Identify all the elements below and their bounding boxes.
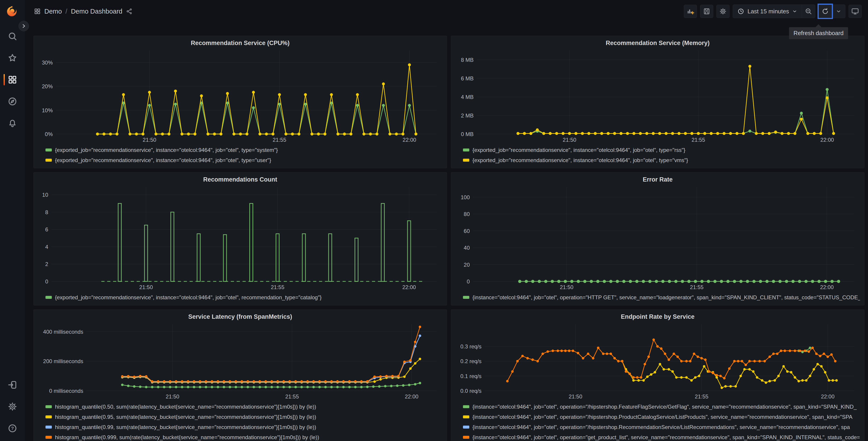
sidebar-item-search[interactable] — [0, 30, 25, 42]
svg-text:6 MB: 6 MB — [461, 76, 474, 82]
refresh-button[interactable] — [819, 5, 832, 18]
sidebar-item-starred[interactable] — [0, 52, 25, 64]
svg-text:21:55: 21:55 — [690, 284, 704, 290]
legend-swatch[interactable] — [45, 415, 52, 418]
search-icon — [8, 31, 17, 41]
expand-sidebar-button[interactable] — [19, 21, 29, 31]
legend-swatch[interactable] — [463, 425, 469, 429]
sidebar-item-alerting[interactable] — [0, 117, 25, 129]
cycle-view-button[interactable] — [848, 5, 862, 18]
sidebar-item-explore[interactable] — [0, 95, 25, 108]
save-dashboard-icon — [703, 8, 710, 15]
legend-swatch[interactable] — [463, 148, 469, 151]
sidebar-nav — [0, 30, 25, 129]
apps-icon[interactable] — [34, 8, 41, 15]
alerting-bell-icon — [8, 118, 17, 128]
svg-text:0.2 req/s: 0.2 req/s — [461, 358, 482, 364]
legend-label[interactable]: {exported_job="recommendationservice", i… — [472, 147, 685, 153]
legend-label[interactable]: histogram_quantile(0.999, sum(rate(laten… — [55, 434, 319, 441]
active-indicator — [4, 74, 5, 85]
cpu-chart[interactable]: 21:5021:5522:000%10%20%30% — [38, 47, 443, 144]
time-range-picker[interactable]: Last 15 minutes — [733, 5, 802, 18]
svg-text:8: 8 — [45, 209, 48, 215]
legend-swatch[interactable] — [45, 148, 52, 151]
share-icon[interactable] — [126, 8, 132, 14]
legend-item: {exported_job="recommendationservice", i… — [45, 145, 443, 155]
panel-title[interactable]: Service Latency (from SpanMetrics) — [38, 313, 443, 321]
legend-label[interactable]: {instance="otelcol:9464", job="otel", op… — [472, 294, 860, 301]
memory-chart[interactable]: 21:5021:5522:000 MB2 MB4 MB6 MB8 MB — [455, 47, 860, 144]
legend-label[interactable]: {exported_job="recommendationservice", i… — [55, 147, 278, 153]
legend-swatch[interactable] — [45, 436, 52, 439]
panel-recommendation-memory: Recommendation Service (Memory) 21:5021:… — [451, 36, 864, 168]
legend-item: {exported_job="recommendationservice", i… — [45, 292, 443, 302]
toolbar: Last 15 minutes — [684, 4, 862, 18]
legend: histogram_quantile(0.50, sum(rate(latenc… — [38, 401, 443, 441]
legend-label[interactable]: histogram_quantile(0.95, sum(rate(latenc… — [55, 414, 316, 420]
time-controls-group: Last 15 minutes — [733, 4, 815, 18]
legend-label[interactable]: {instance="otelcol:9464", job="otel", op… — [472, 434, 860, 441]
sidebar-item-sign-in[interactable] — [0, 379, 25, 391]
save-dashboard-button[interactable] — [700, 5, 713, 18]
legend: {instance="otelcol:9464", job="otel", op… — [455, 401, 860, 441]
legend-label[interactable]: {exported_job="recommendationservice", i… — [55, 157, 271, 164]
refresh-interval-chevron-icon — [836, 9, 841, 14]
svg-text:4 MB: 4 MB — [461, 94, 474, 100]
legend-swatch[interactable] — [463, 159, 469, 161]
zoom-out-button[interactable] — [802, 5, 815, 18]
sidebar-item-help[interactable]: ? — [0, 422, 25, 435]
endpoint-rate-chart[interactable]: 21:5021:5522:000.0 req/s0.1 req/s0.2 req… — [455, 321, 860, 401]
legend-item: {exported_job="recommendationservice", i… — [45, 155, 443, 165]
legend-label[interactable]: {instance="otelcol:9464", job="otel", op… — [472, 424, 850, 430]
legend-swatch[interactable] — [45, 425, 52, 429]
svg-text:10: 10 — [42, 192, 48, 198]
panel-title[interactable]: Recommendation Service (Memory) — [455, 39, 860, 47]
legend-label[interactable]: {instance="otelcol:9464", job="otel", op… — [472, 404, 857, 410]
svg-text:8 MB: 8 MB — [461, 57, 474, 63]
legend-label[interactable]: {instance="otelcol:9464", job="otel", op… — [472, 414, 852, 420]
svg-text:21:50: 21:50 — [569, 393, 582, 400]
sidebar-item-dashboards[interactable] — [0, 74, 25, 86]
panel-title[interactable]: Endpoint Rate by Service — [455, 313, 860, 321]
svg-text:2 MB: 2 MB — [461, 113, 474, 119]
dashboard-settings-button[interactable] — [716, 5, 730, 18]
legend-swatch[interactable] — [463, 296, 469, 299]
svg-text:22:00: 22:00 — [820, 137, 834, 143]
chevron-right-icon — [22, 24, 26, 28]
legend-swatch[interactable] — [45, 405, 52, 408]
panel-title[interactable]: Recommendation Service (CPU%) — [38, 39, 443, 47]
panel-recommendations-count: Recommendations Count 21:5021:5522:00024… — [33, 172, 447, 305]
service-latency-chart[interactable]: 21:5021:5522:000 milliseconds200 millise… — [38, 321, 443, 401]
legend-label[interactable]: histogram_quantile(0.50, sum(rate(latenc… — [55, 404, 316, 410]
svg-text:30%: 30% — [42, 60, 53, 66]
settings-gear-icon — [8, 402, 17, 411]
legend-label[interactable]: {exported_job="recommendationservice", i… — [472, 157, 688, 164]
legend-item: {instance="otelcol:9464", job="otel", op… — [463, 292, 860, 302]
legend: {exported_job="recommendationservice", i… — [455, 144, 860, 165]
refresh-interval-dropdown[interactable] — [832, 5, 845, 18]
recommendations-count-chart[interactable]: 21:5021:5522:000246810 — [38, 184, 443, 291]
svg-text:22:00: 22:00 — [402, 284, 416, 290]
error-rate-chart[interactable]: 21:5021:5522:00020406080100 — [455, 184, 860, 291]
legend-swatch[interactable] — [463, 415, 469, 418]
legend-item: {instance="otelcol:9464", job="otel", op… — [463, 412, 860, 422]
svg-text:21:50: 21:50 — [560, 284, 574, 290]
refresh-tooltip: Refresh dashboard — [789, 27, 848, 39]
panel-title[interactable]: Error Rate — [455, 175, 860, 184]
breadcrumb-folder[interactable]: Demo — [44, 8, 62, 15]
legend-label[interactable]: histogram_quantile(0.99, sum(rate(latenc… — [55, 424, 316, 430]
svg-text:20%: 20% — [42, 83, 53, 89]
legend-swatch[interactable] — [463, 405, 469, 408]
breadcrumb-current[interactable]: Demo Dashboard — [71, 8, 122, 15]
legend-swatch[interactable] — [463, 436, 469, 439]
sidebar-item-settings[interactable] — [0, 400, 25, 413]
legend-label[interactable]: {exported_job="recommendationservice", i… — [55, 294, 321, 301]
grafana-logo[interactable] — [6, 5, 19, 18]
star-icon — [8, 53, 17, 63]
panel-title[interactable]: Recommendations Count — [38, 175, 443, 184]
legend-swatch[interactable] — [45, 159, 52, 161]
svg-text:10%: 10% — [42, 107, 53, 113]
legend-swatch[interactable] — [45, 296, 52, 299]
legend-item: histogram_quantile(0.999, sum(rate(laten… — [45, 432, 443, 441]
add-panel-button[interactable] — [684, 5, 697, 18]
